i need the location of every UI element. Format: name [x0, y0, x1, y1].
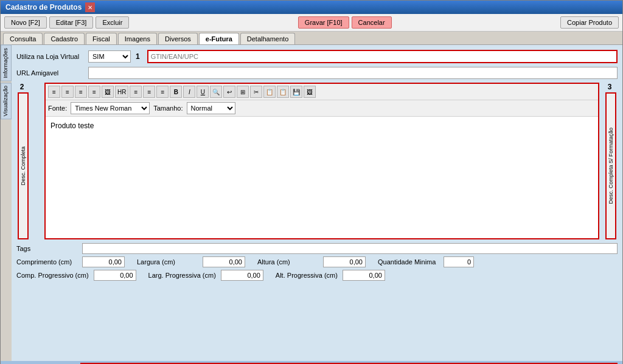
toolbar: Novo [F2] Editar [F3] Excluir Gravar [F1…: [1, 14, 622, 32]
editor-btn-align-center[interactable]: ≡: [143, 86, 155, 98]
gravar-button[interactable]: Gravar [F10]: [298, 16, 349, 29]
cancelar-button[interactable]: Cancelar: [352, 16, 392, 29]
tab-diversos[interactable]: Diversos: [158, 33, 198, 44]
tabs-bar: Consulta Cadastro Fiscal Imagens Diverso…: [1, 32, 622, 45]
descricao-efutura-row: 4 Descricao e-Futura Biquíni Listrado Ag…: [1, 361, 622, 364]
editor-btn-ul[interactable]: ≡: [61, 86, 74, 98]
font-label: Fonte:: [48, 105, 67, 112]
tags-input[interactable]: [82, 243, 618, 254]
desc-completa-label: Desc. Completa: [19, 145, 27, 187]
desc-sem-format-label-box: Desc. Completa S/ Formatação: [605, 92, 616, 239]
editor-btn-ol[interactable]: ≡: [48, 86, 60, 98]
editor-btn-indent[interactable]: ≡: [88, 86, 100, 98]
comprimento-label: Comprimento (cm): [16, 258, 77, 266]
editor-btn-copy[interactable]: 📋: [263, 86, 276, 98]
tab-detalhamento[interactable]: Detalhamento: [240, 33, 296, 44]
editor-btn-search[interactable]: 🔍: [210, 86, 222, 98]
altura-label: Altura (cm): [257, 258, 318, 266]
editor-btn-cut[interactable]: ✂: [250, 86, 262, 98]
window-title: Cadastro de Produtos: [5, 3, 82, 12]
size-label: Tamanho:: [153, 105, 183, 112]
altura-input[interactable]: 0,00: [323, 256, 366, 267]
larg-progressivo-label: Larg. Progressiva (cm): [148, 272, 216, 279]
comprimento-input[interactable]: 0,00: [82, 256, 125, 267]
comp-progressivo-label: Comp. Progressivo (cm): [16, 272, 89, 279]
side-label-informacoes[interactable]: Informações: [1, 45, 12, 81]
editor-btn-img2[interactable]: 🖼: [304, 86, 316, 98]
utiliza-label: Utiliza na Loja Virtual: [16, 53, 83, 60]
dimensions-row2: Comp. Progressivo (cm) 0,00 Larg. Progre…: [16, 270, 618, 281]
editor-btn-image[interactable]: 🖼: [102, 86, 114, 98]
larg-progressivo-input[interactable]: 0,00: [221, 270, 263, 281]
desc-sem-format-label: Desc. Completa S/ Formatação: [607, 126, 615, 205]
largura-label: Largura (cm): [137, 258, 198, 266]
dimensions-row1: Comprimento (cm) 0,00 Largura (cm) 0,00 …: [16, 256, 618, 267]
main-content: Informações Visualização Utiliza na Loja…: [1, 45, 622, 361]
editor-body[interactable]: Produto teste: [46, 117, 598, 238]
tab-fiscal[interactable]: Fiscal: [86, 33, 117, 44]
utiliza-select[interactable]: SIM NÃO: [88, 50, 131, 63]
largura-input[interactable]: 0,00: [203, 256, 245, 267]
tab-efutura[interactable]: e-Futura: [199, 33, 239, 44]
excluir-button[interactable]: Excluir: [96, 16, 129, 29]
editor-toolbar: ≡ ≡ ≡ ≡ 🖼 HR ≡ ≡ ≡ B I U 🔍 ↩ ⊞: [46, 84, 598, 100]
editar-button[interactable]: Editar [F3]: [49, 16, 94, 29]
editor-btn-hr[interactable]: HR: [115, 86, 128, 98]
url-input[interactable]: [88, 67, 618, 79]
side-label-visualizacao[interactable]: Visualização: [1, 83, 12, 119]
side-labels: Informações Visualização: [1, 45, 12, 361]
alt-progressivo-label: Alt. Progressiva (cm): [276, 272, 338, 279]
qtd-minima-label: Quantidade Minima: [378, 258, 439, 266]
editor-section: 2 Desc. Completa ≡ ≡ ≡ ≡ 🖼 HR ≡: [16, 83, 618, 239]
qtd-minima-input[interactable]: 0: [444, 256, 474, 267]
editor-btn-undo[interactable]: ↩: [223, 86, 235, 98]
editor-btn-bold[interactable]: B: [170, 86, 182, 98]
copiar-button[interactable]: Copiar Produto: [560, 16, 619, 29]
editor-btn-align-left[interactable]: ≡: [130, 86, 142, 98]
tags-row: Tags: [16, 243, 618, 254]
editor-btn-outdent[interactable]: ≡: [75, 86, 87, 98]
gtin-input[interactable]: [147, 50, 618, 63]
url-row: URL Amigavel: [16, 67, 618, 79]
tab-imagens[interactable]: Imagens: [118, 33, 157, 44]
alt-progressivo-input[interactable]: 0,00: [343, 270, 385, 281]
editor-btn-save[interactable]: 💾: [290, 86, 302, 98]
editor-content: Produto teste: [50, 122, 94, 130]
editor-font-row: Fonte: Times New Roman Arial Verdana Tah…: [46, 100, 598, 117]
desc-completa-label-box: Desc. Completa: [18, 92, 29, 239]
url-label: URL Amigavel: [16, 69, 83, 77]
editor-btn-table[interactable]: ⊞: [237, 86, 249, 98]
close-button[interactable]: ✕: [85, 2, 95, 12]
font-select[interactable]: Times New Roman Arial Verdana Tahoma: [71, 102, 150, 114]
editor-container: ≡ ≡ ≡ ≡ 🖼 HR ≡ ≡ ≡ B I U 🔍 ↩ ⊞: [44, 83, 599, 239]
editor-btn-paste[interactable]: 📋: [277, 86, 289, 98]
section2-number: 2: [20, 83, 24, 91]
section3-number: 3: [608, 83, 612, 91]
tab-consulta[interactable]: Consulta: [3, 33, 43, 44]
comp-progressivo-input[interactable]: 0,00: [94, 270, 136, 281]
tags-label: Tags: [16, 245, 77, 252]
novo-button[interactable]: Novo [F2]: [4, 16, 47, 29]
size-select[interactable]: Normal Pequeno Grande: [187, 102, 235, 114]
utiliza-row: Utiliza na Loja Virtual SIM NÃO 1: [16, 50, 618, 63]
section1-number: 1: [136, 52, 140, 61]
editor-btn-underline[interactable]: U: [197, 86, 209, 98]
content-area: Utiliza na Loja Virtual SIM NÃO 1 URL Am…: [12, 45, 622, 361]
editor-btn-italic[interactable]: I: [183, 86, 195, 98]
tab-cadastro[interactable]: Cadastro: [44, 33, 85, 44]
editor-btn-align-right[interactable]: ≡: [156, 86, 169, 98]
title-bar: Cadastro de Produtos ✕: [1, 1, 622, 14]
